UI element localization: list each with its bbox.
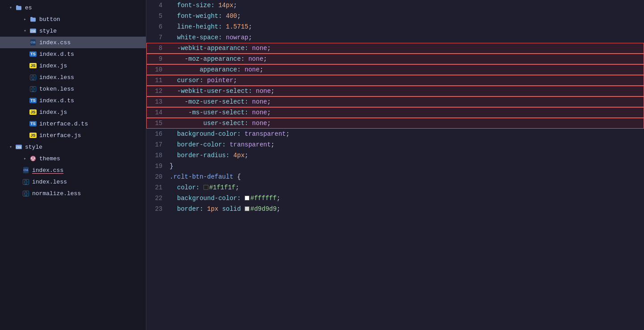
js-file-icon: JS <box>29 133 37 138</box>
token: ; <box>267 109 270 116</box>
token: -webkit-user-select: <box>170 88 256 95</box>
code-line: 4 font-size: 14px; <box>146 0 644 11</box>
token: #1f1f1f <box>209 184 236 191</box>
token: solid <box>218 205 245 213</box>
token: ; <box>237 13 241 20</box>
token: } <box>170 163 173 170</box>
token: none <box>252 120 267 127</box>
token: ; <box>286 130 289 138</box>
line-content: border: 1px solid #d9d9d9; <box>170 204 644 214</box>
token: font-weight: <box>170 13 226 20</box>
line-content: cursor: pointer; <box>170 75 644 86</box>
code-line: 23 border: 1px solid #d9d9d9; <box>146 204 644 214</box>
sidebar-item-normalize-less[interactable]: {} normalize.less <box>0 188 146 199</box>
code-line: 13 -moz-user-select: none; <box>146 96 644 107</box>
code-line: 19} <box>146 161 644 171</box>
code-line: 17 border-color: transparent; <box>146 139 644 150</box>
line-content: background-color: #ffffff; <box>170 193 644 204</box>
code-line: 9 -moz-appearance: none; <box>146 54 644 64</box>
sidebar-item-index-less-1[interactable]: {} index.less <box>0 71 146 83</box>
js-file-icon: JS <box>29 63 37 68</box>
sidebar-item-index-dts-1[interactable]: TS index.d.ts <box>0 48 146 60</box>
folder-icon <box>14 4 23 11</box>
themes-icon <box>29 155 37 162</box>
folder-css-icon: CSS <box>14 143 23 150</box>
code-line: 18 border-radius: 4px; <box>146 150 644 161</box>
ts-file-icon: TS <box>29 98 37 103</box>
token: color: <box>170 184 204 191</box>
sidebar-item-index-less-2[interactable]: {} index.less <box>0 176 146 188</box>
token: font-size: <box>170 2 218 9</box>
line-content: border-color: transparent; <box>170 139 644 150</box>
token: border: <box>170 205 207 213</box>
token: ; <box>267 45 270 52</box>
line-content: -webkit-user-select: none; <box>170 86 644 96</box>
line-number: 23 <box>146 204 170 214</box>
sidebar-item-index-js-2[interactable]: JS index.js <box>0 106 146 118</box>
svg-text:CSS: CSS <box>17 146 21 149</box>
token: ; <box>233 77 237 84</box>
sidebar-item-style-1[interactable]: CSS style <box>0 25 146 37</box>
token: border-radius: <box>170 152 233 159</box>
sidebar-item-label: es <box>25 4 142 11</box>
less-file-icon: {} <box>29 75 37 80</box>
sidebar-item-es[interactable]: es <box>0 2 146 13</box>
sidebar-item-style-2[interactable]: CSS style <box>0 141 146 153</box>
token: #ffffff <box>250 195 277 202</box>
token: appearance: <box>170 66 245 73</box>
line-number: 10 <box>146 64 170 75</box>
code-line: 10 appearance: none; <box>146 64 644 75</box>
sidebar-item-label: normalize.less <box>32 190 142 197</box>
token: background-color: <box>170 195 245 202</box>
token: ; <box>248 23 252 30</box>
line-number: 15 <box>146 118 170 129</box>
sidebar-item-index-js-1[interactable]: JS index.js <box>0 60 146 71</box>
token: ; <box>267 98 270 105</box>
less-file-icon: {} <box>29 86 37 92</box>
token: -ms-user-select: <box>170 109 252 116</box>
code-line: 21 color: #1f1f1f; <box>146 182 644 193</box>
sidebar-item-label: style <box>25 144 142 150</box>
line-number: 19 <box>146 161 170 171</box>
svg-point-8 <box>34 158 35 159</box>
sidebar-item-label: button <box>39 16 142 23</box>
line-content: color: #1f1f1f; <box>170 182 644 193</box>
code-line: 16 background-color: transparent; <box>146 129 644 139</box>
token: ; <box>245 152 248 159</box>
code-editor[interactable]: 4 font-size: 14px;5 font-weight: 400;6 l… <box>146 0 644 330</box>
line-content: } <box>170 161 644 171</box>
sidebar-item-button[interactable]: button <box>0 13 146 25</box>
less-file-icon: {} <box>21 179 30 185</box>
token: ; <box>233 2 237 9</box>
sidebar-item-index-css-1[interactable]: CSS index.css <box>0 37 146 48</box>
sidebar-item-label: index.d.ts <box>39 51 142 58</box>
token: 1px <box>207 205 218 213</box>
line-content: -ms-user-select: none; <box>170 107 644 118</box>
token: ; <box>248 34 252 41</box>
sidebar-item-token-less[interactable]: {} token.less <box>0 83 146 95</box>
sidebar-item-interface-dts[interactable]: TS interface.d.ts <box>0 118 146 129</box>
token: -moz-appearance: <box>170 55 248 63</box>
token: #d9d9d9 <box>250 205 277 213</box>
sidebar-item-index-dts-2[interactable]: TS index.d.ts <box>0 95 146 106</box>
token: .rclt-btn-default <box>170 173 237 180</box>
sidebar-item-interface-js[interactable]: JS interface.js <box>0 129 146 141</box>
sidebar-item-label: index.js <box>39 109 142 116</box>
token: background-color: <box>170 130 245 138</box>
line-number: 7 <box>146 32 170 43</box>
sidebar-item-label: index.less <box>32 179 142 185</box>
token: line-height: <box>170 23 226 30</box>
line-number: 17 <box>146 139 170 150</box>
svg-point-9 <box>33 159 34 161</box>
sidebar-item-index-css-2[interactable]: CSS index.css <box>0 164 146 176</box>
token: border-color: <box>170 141 229 148</box>
js-file-icon: JS <box>29 109 37 115</box>
code-line: 6 line-height: 1.5715; <box>146 21 644 32</box>
token: none <box>252 109 267 116</box>
folder-icon <box>29 16 37 22</box>
code-line: 20.rclt-btn-default { <box>146 171 644 182</box>
token: none <box>252 98 267 105</box>
token: transparent <box>229 141 270 148</box>
sidebar-item-themes[interactable]: themes <box>0 153 146 164</box>
code-line: 12 -webkit-user-select: none; <box>146 86 644 96</box>
